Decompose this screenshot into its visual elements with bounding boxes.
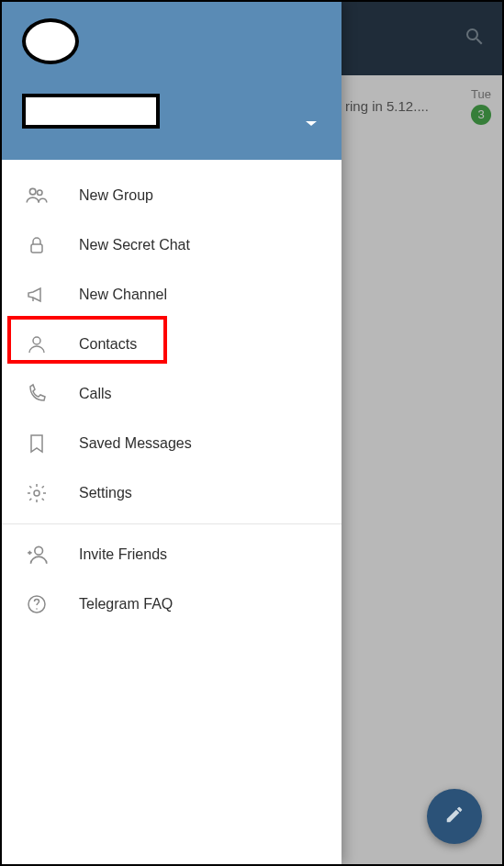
svg-point-0 (29, 188, 36, 195)
menu-settings[interactable]: Settings (2, 468, 342, 518)
menu-label: New Channel (79, 287, 167, 303)
svg-point-1 (38, 190, 42, 195)
navigation-drawer: New Group New Secret Chat New Channel Co… (2, 2, 342, 864)
help-icon (24, 591, 50, 617)
svg-point-7 (36, 608, 38, 610)
menu-new-channel[interactable]: New Channel (2, 270, 342, 320)
svg-point-3 (33, 337, 40, 344)
username-field[interactable] (22, 94, 160, 129)
menu-contacts[interactable]: Contacts (2, 320, 342, 369)
lock-icon (24, 232, 50, 258)
svg-point-5 (35, 546, 43, 555)
add-person-icon (24, 542, 50, 568)
gear-icon (24, 480, 50, 506)
avatar[interactable] (22, 18, 79, 64)
menu-divider (2, 523, 342, 524)
menu-telegram-faq[interactable]: Telegram FAQ (2, 579, 342, 629)
drawer-header (2, 2, 342, 160)
menu-label: Contacts (79, 336, 137, 353)
menu-invite-friends[interactable]: Invite Friends (2, 530, 342, 579)
menu-new-secret-chat[interactable]: New Secret Chat (2, 220, 342, 270)
megaphone-icon (24, 282, 50, 308)
menu-label: Calls (79, 386, 112, 402)
person-icon (24, 332, 50, 357)
bookmark-icon (24, 431, 50, 456)
menu-label: Invite Friends (79, 546, 167, 563)
menu-calls[interactable]: Calls (2, 369, 342, 419)
menu-label: Saved Messages (79, 435, 192, 452)
menu-label: Settings (79, 485, 132, 501)
svg-point-4 (34, 490, 39, 496)
svg-rect-2 (31, 244, 42, 253)
phone-icon (24, 381, 50, 407)
drawer-menu: New Group New Secret Chat New Channel Co… (2, 160, 342, 629)
group-icon (24, 183, 50, 208)
menu-saved-messages[interactable]: Saved Messages (2, 419, 342, 468)
pencil-icon (444, 804, 465, 828)
menu-label: Telegram FAQ (79, 596, 173, 613)
chevron-down-icon[interactable] (305, 116, 318, 132)
menu-label: New Secret Chat (79, 237, 190, 253)
compose-fab[interactable] (427, 789, 482, 844)
menu-label: New Group (79, 187, 153, 204)
menu-new-group[interactable]: New Group (2, 171, 342, 220)
